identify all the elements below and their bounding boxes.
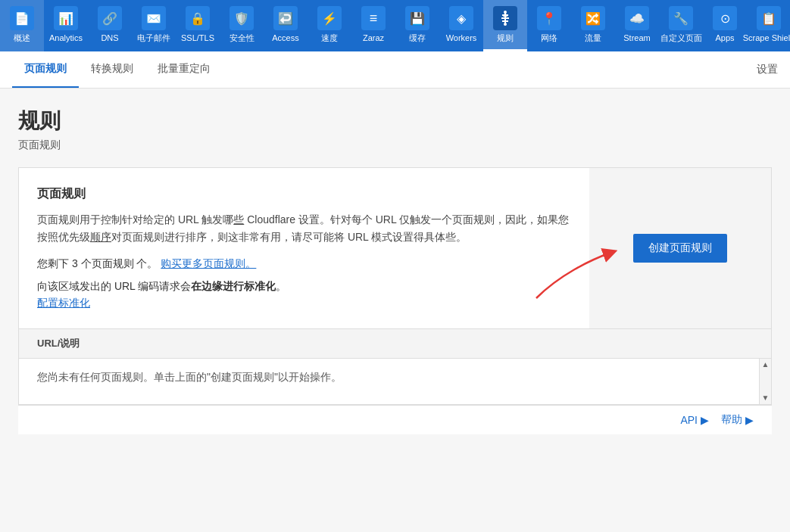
sub-navigation: 页面规则 转换规则 批量重定向 设置 (0, 51, 790, 89)
nav-label-zaraz: Zaraz (363, 33, 384, 43)
custompage-icon: 🔧 (669, 6, 693, 30)
overview-icon: 📄 (10, 6, 34, 30)
page-subtitle: 页面规则 (18, 138, 772, 152)
tab-page-rules[interactable]: 页面规则 (12, 51, 79, 88)
table-header: URL/说明 (19, 329, 771, 359)
footer-bar: API ▶ 帮助 ▶ (18, 405, 772, 434)
info-card: 页面规则 页面规则用于控制针对给定的 URL 触发哪些 Cloudflare 设… (18, 167, 772, 329)
nav-item-access[interactable]: ↩️ Access (264, 0, 308, 51)
table-empty-message: 您尚未有任何页面规则。单击上面的"创建页面规则"以开始操作。 (37, 371, 342, 383)
help-link[interactable]: 帮助 ▶ (721, 413, 754, 427)
security-icon: 🛡️ (230, 6, 254, 30)
nav-label-stream: Stream (623, 33, 650, 43)
info-card-content: 页面规则 页面规则用于控制针对给定的 URL 触发哪些 Cloudflare 设… (19, 168, 589, 328)
nav-label-speed: 速度 (321, 33, 338, 43)
nav-label-workers: Workers (446, 33, 477, 43)
svg-point-1 (504, 23, 507, 26)
nav-label-email: 电子邮件 (137, 33, 170, 43)
stream-icon: ☁️ (625, 6, 649, 30)
sub-nav-tabs: 页面规则 转换规则 批量重定向 (12, 51, 223, 88)
settings-link[interactable]: 设置 (757, 52, 778, 87)
nav-item-network[interactable]: 📍 网络 (527, 0, 571, 51)
nav-item-analytics[interactable]: 📊 Analytics (44, 0, 88, 51)
normalize-info: 向该区域发出的 URL 编码请求会在边缘进行标准化。 (37, 280, 571, 294)
nav-label-network: 网络 (541, 33, 557, 43)
traffic-icon: 🔀 (581, 6, 605, 30)
ssl-icon: 🔒 (186, 6, 210, 30)
apps-icon: ⊙ (713, 6, 737, 30)
speed-icon: ⚡ (317, 6, 342, 30)
top-navigation: 📄 概述 📊 Analytics 🔗 DNS ✉️ 电子邮件 🔒 SSL/TLS… (0, 0, 790, 51)
api-link[interactable]: API ▶ (680, 413, 709, 427)
nav-item-email[interactable]: ✉️ 电子邮件 (132, 0, 176, 51)
nav-item-rules[interactable]: 规则 (483, 0, 527, 51)
info-card-title: 页面规则 (37, 186, 571, 202)
nav-label-apps: Apps (715, 33, 734, 43)
nav-item-stream[interactable]: ☁️ Stream (615, 0, 659, 51)
nav-item-workers[interactable]: ◈ Workers (439, 0, 483, 51)
dns-icon: 🔗 (98, 6, 122, 30)
nav-label-rules: 规则 (497, 33, 514, 43)
scroll-down-arrow[interactable]: ▼ (760, 392, 771, 404)
nav-item-security[interactable]: 🛡️ 安全性 (220, 0, 264, 51)
nav-label-custompage: 自定义页面 (660, 33, 702, 43)
help-arrow-icon: ▶ (745, 414, 754, 426)
access-icon: ↩️ (273, 6, 298, 30)
scrape-icon: 📋 (757, 6, 781, 30)
info-card-description: 页面规则用于控制针对给定的 URL 触发哪些 Cloudflare 设置。针对每… (37, 211, 571, 245)
nav-label-cache: 缓存 (409, 33, 426, 43)
email-icon: ✉️ (142, 6, 166, 30)
table-scrollbar[interactable]: ▲ ▼ (759, 359, 771, 404)
nav-item-ssl[interactable]: 🔒 SSL/TLS (176, 0, 220, 51)
nav-item-traffic[interactable]: 🔀 流量 (571, 0, 615, 51)
network-icon: 📍 (537, 6, 561, 30)
nav-label-overview: 概述 (14, 33, 30, 43)
page-title: 规则 (18, 107, 772, 135)
create-page-rule-button[interactable]: 创建页面规则 (633, 234, 727, 263)
nav-label-traffic: 流量 (585, 33, 601, 43)
zaraz-icon: ≡ (361, 6, 386, 30)
tab-bulk-redirect[interactable]: 批量重定向 (145, 51, 223, 88)
scroll-up-arrow[interactable]: ▲ (760, 359, 771, 371)
nav-label-security: 安全性 (230, 33, 254, 43)
main-content: 规则 页面规则 页面规则 页面规则用于控制针对给定的 URL 触发哪些 Clou… (0, 89, 790, 522)
tab-transform-rules[interactable]: 转换规则 (79, 51, 145, 88)
nav-item-zaraz[interactable]: ≡ Zaraz (351, 0, 395, 51)
table-body: 您尚未有任何页面规则。单击上面的"创建页面规则"以开始操作。 ▲ ▼ (19, 359, 771, 404)
remaining-rules: 您剩下 3 个页面规则 个。 购买更多页面规则。 (37, 257, 571, 271)
nav-item-overview[interactable]: 📄 概述 (0, 0, 44, 51)
analytics-icon: 📊 (54, 6, 78, 30)
nav-item-custompage[interactable]: 🔧 自定义页面 (659, 0, 703, 51)
nav-item-dns[interactable]: 🔗 DNS (88, 0, 132, 51)
rules-table: URL/说明 您尚未有任何页面规则。单击上面的"创建页面规则"以开始操作。 ▲ … (18, 329, 772, 405)
nav-label-dns: DNS (101, 33, 118, 43)
configure-normalize-link[interactable]: 配置标准化 (37, 297, 90, 309)
api-arrow-icon: ▶ (701, 414, 709, 426)
nav-label-scrape: Scrape Shield (743, 33, 790, 43)
rules-icon (493, 6, 517, 30)
buy-more-rules-link[interactable]: 购买更多页面规则。 (161, 257, 256, 269)
nav-label-access: Access (272, 33, 298, 43)
nav-item-apps[interactable]: ⊙ Apps (703, 0, 747, 51)
nav-label-ssl: SSL/TLS (181, 33, 214, 43)
nav-label-analytics: Analytics (49, 33, 83, 43)
info-card-action: 创建页面规则 (589, 168, 771, 328)
nav-item-cache[interactable]: 💾 缓存 (395, 0, 439, 51)
nav-item-scrape[interactable]: 📋 Scrape Shield (747, 0, 790, 51)
nav-item-speed[interactable]: ⚡ 速度 (308, 0, 351, 51)
cache-icon: 💾 (405, 6, 429, 30)
workers-icon: ◈ (449, 6, 473, 30)
